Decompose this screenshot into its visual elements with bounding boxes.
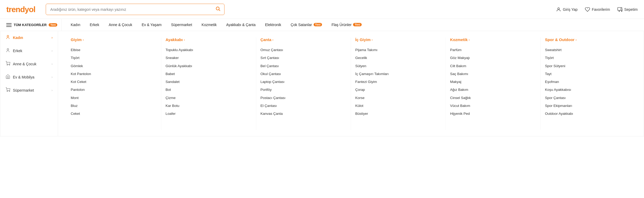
list-item[interactable]: Omuz Çantası: [260, 46, 347, 54]
list-item[interactable]: Sneaker: [166, 54, 252, 62]
nav-item-erkek[interactable]: Erkek: [85, 19, 104, 31]
menu-col-header-ayakkabi[interactable]: Ayakkabı ›: [166, 37, 252, 42]
list-item[interactable]: Sandalet: [166, 78, 252, 86]
list-item[interactable]: Postacı Çantası: [260, 94, 347, 102]
favorilerim-label: Favorilerim: [592, 7, 610, 12]
hamburger-icon: [6, 23, 12, 27]
menu-col-header-kozmetik[interactable]: Kozmetik ›: [450, 37, 536, 42]
list-item[interactable]: Tişört: [545, 54, 631, 62]
list-item[interactable]: Spor Sütyeni: [545, 62, 631, 70]
search-input[interactable]: [46, 5, 212, 14]
search-button[interactable]: [212, 4, 224, 15]
nav-item-cok-satanlar[interactable]: Çok Satanlar Yeni: [286, 19, 327, 31]
sidebar-item-ev-mobilya[interactable]: Ev & Mobilya ›: [0, 71, 58, 84]
list-item[interactable]: Laptop Çantası: [260, 78, 347, 86]
nav-items: Kadın Erkek Anne & Çocuk Ev & Yaşam Süpe…: [66, 19, 366, 31]
mega-menu: Kadın › Erkek › Anne & Çocuk: [0, 31, 644, 136]
list-item[interactable]: Spor Çantası: [545, 94, 631, 102]
list-item[interactable]: Kanvas Çanta: [260, 110, 347, 118]
list-item[interactable]: Loafer: [166, 110, 252, 118]
list-item[interactable]: Tişört: [71, 54, 157, 62]
list-item[interactable]: Korse: [355, 94, 441, 102]
list-item[interactable]: Topuklu Ayakkabı: [166, 46, 252, 54]
list-item[interactable]: Kot Ceket: [71, 78, 157, 86]
sidebar-item-erkek[interactable]: Erkek ›: [0, 44, 58, 57]
list-item[interactable]: Babet: [166, 70, 252, 78]
list-item[interactable]: Büstiyer: [355, 110, 441, 118]
logo[interactable]: trendyol: [6, 5, 35, 14]
list-item[interactable]: Koşu Ayakkabısı: [545, 86, 631, 94]
list-item[interactable]: Mont: [71, 94, 157, 102]
chevron-right-icon-2: ›: [52, 49, 53, 53]
baby-cart-icon: [6, 61, 10, 67]
list-item[interactable]: Çorap: [355, 86, 441, 94]
list-item[interactable]: Pantolon: [71, 86, 157, 94]
list-item[interactable]: Vücut Bakım: [450, 102, 536, 110]
supermarket-icon: [6, 87, 10, 93]
list-item[interactable]: Kar Botu: [166, 102, 252, 110]
sidebar-item-kadin[interactable]: Kadın ›: [0, 31, 58, 44]
list-item[interactable]: Cinsel Sağlık: [450, 94, 536, 102]
menu-col-header-spor-outdoor[interactable]: Spor & Outdoor ›: [545, 37, 631, 42]
list-item[interactable]: Göz Makyajı: [450, 54, 536, 62]
nav-item-supermarket[interactable]: Süpermarket: [166, 19, 197, 31]
list-item[interactable]: Okul Çantası: [260, 70, 347, 78]
list-item[interactable]: Külot: [355, 102, 441, 110]
menu-col-header-giyim[interactable]: Giyim ›: [71, 37, 157, 42]
list-item[interactable]: Sırt Çantası: [260, 54, 347, 62]
user-female-icon: [6, 35, 10, 41]
menu-column-ayakkabi: Ayakkabı › Topuklu Ayakkabı Sneaker Günl…: [161, 37, 256, 130]
svg-rect-3: [617, 7, 621, 10]
list-item[interactable]: Sweatshirt: [545, 46, 631, 54]
chevron-right-icon: ›: [52, 36, 53, 39]
all-categories-label: TÜM KATEGORİLER: [14, 23, 47, 27]
nav-item-ayakkabi-canta[interactable]: Ayakkabı & Çanta: [221, 19, 260, 31]
nav-item-flas-urunler[interactable]: Flaş Ürünler Yeni: [327, 19, 366, 31]
list-item[interactable]: İç Çamaşırı Takımları: [355, 70, 441, 78]
sepetim-action[interactable]: Sepetim: [617, 7, 638, 12]
giris-yap-action[interactable]: Giriş Yap: [556, 7, 577, 12]
menu-col-header-canta[interactable]: Çanta ›: [260, 37, 347, 42]
nav-item-ev-yasam[interactable]: Ev & Yaşam: [137, 19, 166, 31]
list-item[interactable]: Çizme: [166, 94, 252, 102]
list-item[interactable]: Ağız Bakım: [450, 86, 536, 94]
svg-point-8: [7, 65, 8, 65]
list-item[interactable]: Cilt Bakım: [450, 62, 536, 70]
nav-item-elektronik[interactable]: Elektronik: [260, 19, 286, 31]
menu-content: Giyim › Elbise Tişört Gömlek Kot Pantolo…: [58, 31, 644, 136]
list-item[interactable]: Eşofman: [545, 78, 631, 86]
list-item[interactable]: El Çantası: [260, 102, 347, 110]
list-item[interactable]: Saç Bakımı: [450, 70, 536, 78]
sidebar-item-anne-cocuk[interactable]: Anne & Çocuk ›: [0, 57, 58, 71]
list-item[interactable]: Spor Ekipmanları: [545, 102, 631, 110]
chevron-giyim: ›: [83, 38, 84, 41]
list-item[interactable]: Outdoor Ayakkabı: [545, 110, 631, 118]
nav-item-kozmetik[interactable]: Kozmetik: [197, 19, 222, 31]
search-icon: [215, 6, 221, 11]
list-item[interactable]: Bot: [166, 86, 252, 94]
list-item[interactable]: Pijama Takımı: [355, 46, 441, 54]
nav-item-anne-cocuk[interactable]: Anne & Çocuk: [104, 19, 137, 31]
list-item[interactable]: Günlük Ayakkabı: [166, 62, 252, 70]
all-categories-nav[interactable]: TÜM KATEGORİLER Yeni: [6, 19, 62, 31]
user-male-icon: [6, 48, 10, 54]
list-item[interactable]: Gecelik: [355, 54, 441, 62]
list-item[interactable]: Bluz: [71, 102, 157, 110]
list-item[interactable]: Gömlek: [71, 62, 157, 70]
list-item[interactable]: Sütyen: [355, 62, 441, 70]
list-item[interactable]: Ceket: [71, 110, 157, 118]
list-item[interactable]: Fantezi Giyim: [355, 78, 441, 86]
nav-item-kadin[interactable]: Kadın: [66, 19, 85, 31]
list-item[interactable]: Portföy: [260, 86, 347, 94]
favorilerim-action[interactable]: Favorilerim: [585, 7, 610, 12]
list-item[interactable]: Bel Çantası: [260, 62, 347, 70]
list-item[interactable]: Elbise: [71, 46, 157, 54]
list-item[interactable]: Makyaj: [450, 78, 536, 86]
sidebar-item-supermarket[interactable]: Süpermarket ›: [0, 84, 58, 97]
list-item[interactable]: Kot Pantolon: [71, 70, 157, 78]
list-item[interactable]: Parfüm: [450, 46, 536, 54]
sepetim-label: Sepetim: [624, 7, 638, 12]
menu-col-header-ic-giyim[interactable]: İç Giyim ›: [355, 37, 441, 42]
list-item[interactable]: Hijyenik Ped: [450, 110, 536, 118]
list-item[interactable]: Tayt: [545, 70, 631, 78]
